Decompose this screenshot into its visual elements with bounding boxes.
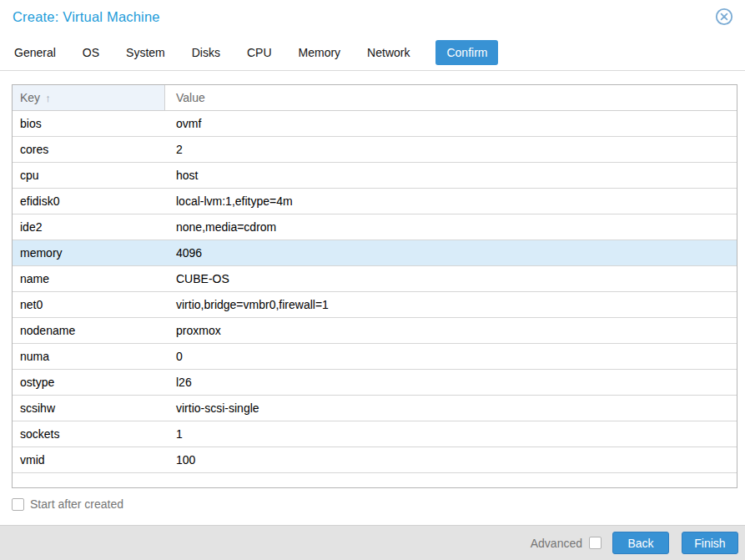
table-row[interactable]: nodename proxmox	[13, 318, 737, 344]
wizard-tab[interactable]: OS	[82, 40, 100, 65]
row-key-cell: net0	[13, 292, 165, 317]
wizard-tab-label: OS	[83, 46, 99, 59]
wizard-tab[interactable]: System	[125, 40, 166, 65]
row-value-cell: none,media=cdrom	[165, 214, 737, 240]
row-key-cell: ostype	[13, 370, 165, 395]
row-value-cell: virtio-scsi-single	[165, 396, 737, 421]
wizard-tab[interactable]: Network	[366, 40, 410, 65]
table-row[interactable]: bios ovmf	[13, 111, 737, 137]
advanced-label: Advanced	[531, 537, 582, 550]
summary-grid: Key ↑ Value bios ovmf cores 2 cp	[12, 84, 737, 488]
close-icon[interactable]	[715, 8, 733, 26]
table-row[interactable]: memory 4096	[13, 240, 737, 266]
row-key-cell: ide2	[13, 214, 165, 240]
wizard-tab-label: Confirm	[446, 46, 487, 59]
table-row[interactable]: cpu host	[13, 163, 737, 189]
dialog-footer: Advanced Back Finish	[0, 525, 745, 560]
row-value-cell: 1	[165, 421, 737, 446]
row-value-cell: 2	[165, 137, 737, 162]
wizard-tab-label: CPU	[247, 46, 272, 59]
row-value-cell: proxmox	[165, 318, 737, 343]
grid-body: bios ovmf cores 2 cpu host efidisk0 loca…	[13, 111, 737, 473]
table-row[interactable]: name CUBE-OS	[13, 266, 737, 292]
table-row[interactable]: numa 0	[13, 344, 737, 370]
row-key-cell: sockets	[13, 421, 165, 446]
wizard-tab-label: Memory	[299, 46, 341, 59]
wizard-tab[interactable]: Disks	[191, 40, 221, 65]
row-key-cell: nodename	[13, 318, 165, 343]
row-value-cell: virtio,bridge=vmbr0,firewall=1	[165, 292, 737, 317]
table-row[interactable]: ide2 none,media=cdrom	[13, 214, 737, 240]
row-key-cell: cores	[13, 137, 165, 162]
table-row[interactable]: vmid 100	[13, 447, 737, 473]
row-value-cell: CUBE-OS	[165, 266, 737, 291]
row-value-cell: ovmf	[165, 111, 737, 136]
wizard-tab[interactable]: Confirm	[435, 40, 498, 65]
wizard-tab-label: Disks	[192, 46, 220, 59]
wizard-tab[interactable]: General	[13, 40, 57, 65]
row-value-cell: l26	[165, 370, 737, 395]
wizard-tab-label: Network	[367, 46, 410, 59]
back-button[interactable]: Back	[612, 532, 669, 554]
wizard-tab[interactable]: Memory	[298, 40, 342, 65]
row-value-cell: host	[165, 163, 737, 188]
table-row[interactable]: cores 2	[13, 137, 737, 163]
dialog-header: Create: Virtual Machine	[0, 0, 745, 35]
start-after-created-row: Start after created	[12, 497, 745, 511]
row-key-cell: scsihw	[13, 396, 165, 421]
table-row[interactable]: efidisk0 local-lvm:1,efitype=4m	[13, 189, 737, 214]
row-value-cell: local-lvm:1,efitype=4m	[165, 189, 737, 214]
row-key-cell: memory	[13, 240, 165, 265]
row-value-cell: 4096	[165, 240, 737, 265]
row-key-cell: efidisk0	[13, 189, 165, 214]
column-header-key-label: Key	[20, 91, 40, 104]
confirm-panel: Key ↑ Value bios ovmf cores 2 cp	[0, 71, 745, 488]
table-row[interactable]: scsihw virtio-scsi-single	[13, 396, 737, 421]
row-key-cell: cpu	[13, 163, 165, 188]
grid-header-row: Key ↑ Value	[13, 85, 737, 111]
row-key-cell: numa	[13, 344, 165, 369]
row-key-cell: bios	[13, 111, 165, 136]
start-after-created-label: Start after created	[30, 497, 123, 511]
wizard-tab-label: General	[14, 46, 56, 59]
row-value-cell: 100	[165, 447, 737, 472]
sort-ascending-icon: ↑	[45, 92, 51, 104]
row-key-cell: name	[13, 266, 165, 291]
column-header-value[interactable]: Value	[165, 85, 737, 110]
column-header-key[interactable]: Key ↑	[13, 85, 165, 110]
finish-button[interactable]: Finish	[682, 532, 738, 554]
table-row[interactable]: sockets 1	[13, 421, 737, 447]
row-key-cell: vmid	[13, 447, 165, 472]
wizard-tabbar: General OS System Disks CPU Memory Netwo…	[0, 35, 745, 71]
advanced-checkbox[interactable]	[589, 537, 602, 549]
row-value-cell: 0	[165, 344, 737, 369]
column-header-value-label: Value	[176, 91, 205, 104]
wizard-tab[interactable]: CPU	[246, 40, 273, 65]
table-row[interactable]: net0 virtio,bridge=vmbr0,firewall=1	[13, 292, 737, 318]
wizard-tab-label: System	[126, 46, 165, 59]
dialog-title: Create: Virtual Machine	[13, 9, 160, 24]
table-row[interactable]: ostype l26	[13, 370, 737, 396]
start-after-created-checkbox[interactable]	[12, 498, 24, 511]
